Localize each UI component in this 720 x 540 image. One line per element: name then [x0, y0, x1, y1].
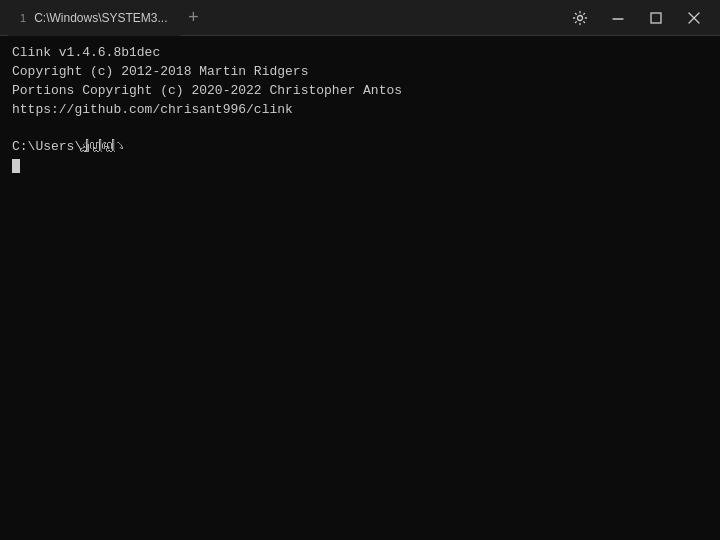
window-controls: [562, 0, 712, 36]
terminal-body[interactable]: Clink v1.4.6.8b1dec Copyright (c) 2012-2…: [0, 36, 720, 540]
svg-point-0: [578, 15, 583, 20]
terminal-line-3: Portions Copyright (c) 2020-2022 Christo…: [12, 82, 708, 101]
tab-area: 1 C:\Windows\SYSTEM3... +: [8, 0, 562, 36]
terminal-tab[interactable]: 1 C:\Windows\SYSTEM3...: [8, 0, 180, 36]
svg-rect-2: [651, 13, 661, 23]
terminal-line-4: https://github.com/chrisant996/clink: [12, 101, 708, 120]
terminal-cursor: [12, 159, 20, 173]
settings-icon: [572, 10, 588, 26]
terminal-prompt: C:\Users\ꦾꦸꦥ꧀ꦤ꧀꧈: [12, 138, 708, 157]
terminal-line-1: Clink v1.4.6.8b1dec: [12, 44, 708, 63]
maximize-button[interactable]: [638, 0, 674, 36]
title-bar: 1 C:\Windows\SYSTEM3... +: [0, 0, 720, 36]
terminal-blank-line: [12, 119, 708, 138]
tab-number: 1: [20, 12, 26, 24]
tab-title: C:\Windows\SYSTEM3...: [34, 11, 167, 25]
maximize-icon: [648, 10, 664, 26]
minimize-icon: [610, 10, 626, 26]
settings-button[interactable]: [562, 0, 598, 36]
new-tab-button[interactable]: +: [180, 4, 208, 32]
terminal-line-2: Copyright (c) 2012-2018 Martin Ridgers: [12, 63, 708, 82]
minimize-button[interactable]: [600, 0, 636, 36]
close-button[interactable]: [676, 0, 712, 36]
close-icon: [686, 10, 702, 26]
